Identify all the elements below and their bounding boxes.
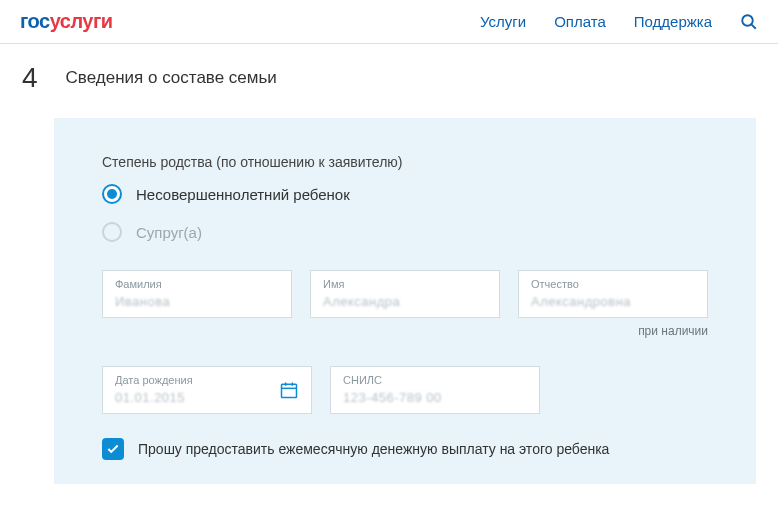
relationship-label: Степень родства (по отношению к заявител…	[102, 154, 708, 170]
radio-button-spouse	[102, 222, 122, 242]
snils-field[interactable]: СНИЛС 123-456-789 00	[330, 366, 540, 414]
nav-services[interactable]: Услуги	[480, 13, 526, 30]
payment-checkbox-label: Прошу предоставить ежемесячную денежную …	[138, 441, 609, 457]
radio-option-spouse: Супруг(а)	[102, 222, 708, 242]
nav: Услуги Оплата Поддержка	[480, 13, 758, 31]
step-header: 4 Сведения о составе семьи	[22, 62, 756, 94]
surname-label: Фамилия	[115, 278, 279, 290]
payment-checkbox-row[interactable]: Прошу предоставить ежемесячную денежную …	[102, 438, 708, 460]
logo-part2: услуги	[50, 10, 113, 32]
radio-label-child: Несовершеннолетний ребенок	[136, 186, 350, 203]
calendar-icon[interactable]	[279, 380, 299, 400]
patronymic-label: Отчество	[531, 278, 695, 290]
patronymic-hint: при наличии	[102, 324, 708, 338]
nav-support[interactable]: Поддержка	[634, 13, 712, 30]
payment-checkbox[interactable]	[102, 438, 124, 460]
details-fields-row: Дата рождения 01.01.2015 СНИЛС 123-456-7…	[102, 366, 708, 414]
radio-option-child[interactable]: Несовершеннолетний ребенок	[102, 184, 708, 204]
svg-rect-2	[282, 384, 297, 397]
birthdate-field[interactable]: Дата рождения 01.01.2015	[102, 366, 312, 414]
header: госуслуги Услуги Оплата Поддержка	[0, 0, 778, 44]
name-value: Александра	[323, 294, 487, 309]
logo[interactable]: госуслуги	[20, 10, 113, 33]
radio-button-child[interactable]	[102, 184, 122, 204]
search-icon[interactable]	[740, 13, 758, 31]
form-panel: Степень родства (по отношению к заявител…	[54, 118, 756, 484]
surname-field[interactable]: Фамилия Иванова	[102, 270, 292, 318]
content: 4 Сведения о составе семьи Степень родст…	[0, 44, 778, 484]
patronymic-field[interactable]: Отчество Александровна	[518, 270, 708, 318]
svg-point-0	[742, 15, 753, 26]
birthdate-value: 01.01.2015	[115, 390, 279, 405]
name-fields-row: Фамилия Иванова Имя Александра Отчество …	[102, 270, 708, 318]
patronymic-value: Александровна	[531, 294, 695, 309]
birthdate-label: Дата рождения	[115, 374, 279, 386]
logo-part1: гос	[20, 10, 50, 32]
surname-value: Иванова	[115, 294, 279, 309]
snils-value: 123-456-789 00	[343, 390, 527, 405]
step-title: Сведения о составе семьи	[66, 68, 277, 88]
nav-payment[interactable]: Оплата	[554, 13, 606, 30]
name-label: Имя	[323, 278, 487, 290]
svg-line-1	[752, 24, 756, 28]
snils-label: СНИЛС	[343, 374, 527, 386]
radio-label-spouse: Супруг(а)	[136, 224, 202, 241]
step-number: 4	[22, 62, 38, 94]
name-field[interactable]: Имя Александра	[310, 270, 500, 318]
